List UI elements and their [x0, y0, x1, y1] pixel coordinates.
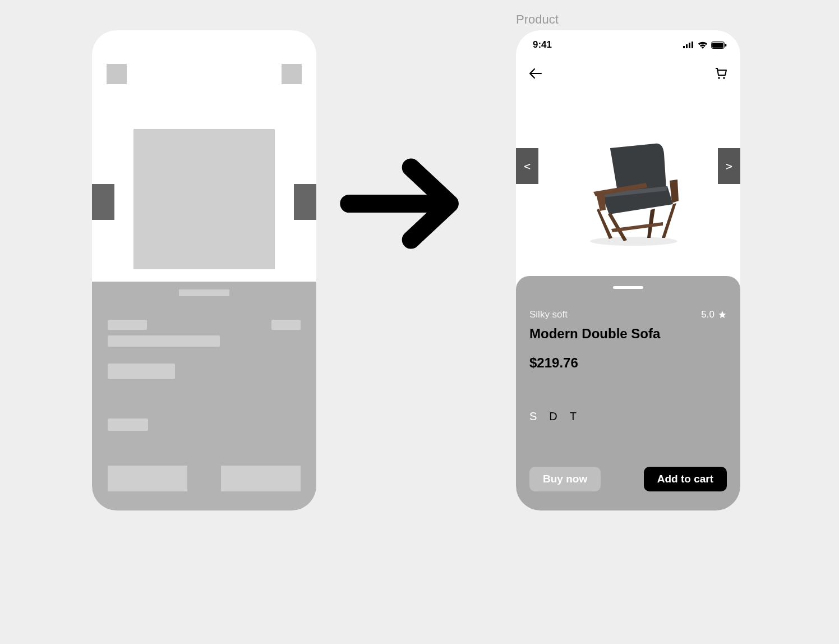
product-rating: 5.0	[701, 309, 727, 320]
svg-point-9	[590, 237, 677, 246]
size-option-d[interactable]: D	[549, 410, 557, 423]
carousel-next-button[interactable]: >	[718, 148, 740, 184]
wireframe-price	[108, 364, 175, 379]
wifi-icon	[698, 42, 708, 49]
battery-icon	[711, 42, 727, 49]
chevron-right-icon: >	[726, 159, 732, 173]
wireframe-cart-placeholder	[282, 64, 302, 84]
svg-rect-5	[712, 43, 723, 48]
svg-rect-0	[683, 46, 685, 48]
product-info-sheet: Silky soft 5.0 Modern Double Sofa $219.7…	[516, 276, 740, 510]
status-icons	[683, 42, 727, 49]
product-detail-screen: 9:41 <	[516, 30, 740, 510]
rating-value: 5.0	[701, 309, 714, 320]
arrow-right-icon	[339, 139, 468, 268]
chevron-left-icon: <	[524, 159, 531, 173]
svg-rect-2	[689, 43, 690, 48]
wireframe-back-placeholder	[107, 64, 127, 84]
product-price: $219.76	[529, 355, 727, 371]
product-subtitle: Silky soft	[529, 309, 568, 320]
product-title: Modern Double Sofa	[529, 326, 727, 342]
wireframe-rating	[271, 320, 301, 330]
signal-icon	[683, 42, 694, 48]
svg-point-7	[718, 77, 720, 79]
wireframe-cart-button	[221, 466, 301, 491]
back-button[interactable]	[528, 66, 543, 81]
size-option-t[interactable]: T	[570, 410, 577, 423]
arrow-left-icon	[529, 68, 542, 79]
wireframe-title	[108, 335, 220, 347]
product-image	[566, 126, 690, 249]
cart-button[interactable]	[713, 66, 728, 81]
carousel-prev-button[interactable]: <	[516, 148, 538, 184]
wireframe-subtitle	[108, 320, 147, 330]
svg-rect-3	[692, 42, 693, 48]
buy-now-button[interactable]: Buy now	[529, 467, 601, 491]
size-option-s[interactable]: S	[529, 410, 537, 423]
wireframe-product-image	[133, 129, 275, 269]
star-icon	[718, 310, 727, 319]
wireframe-phone	[92, 30, 316, 510]
frame-label: Product	[516, 12, 559, 27]
sheet-handle[interactable]	[613, 286, 643, 289]
cart-icon	[714, 67, 727, 80]
svg-rect-6	[725, 44, 726, 47]
wireframe-sheet-handle	[179, 289, 229, 296]
status-bar: 9:41	[516, 30, 740, 50]
size-options: S D T	[529, 410, 727, 423]
wireframe-buy-button	[108, 466, 187, 491]
status-time: 9:41	[533, 39, 552, 50]
svg-rect-1	[686, 44, 688, 48]
wireframe-carousel-prev	[92, 184, 114, 220]
product-carousel: <	[516, 114, 740, 260]
wireframe-carousel-next	[294, 184, 316, 220]
wireframe-sizes	[108, 418, 148, 431]
svg-point-8	[723, 77, 725, 79]
add-to-cart-button[interactable]: Add to cart	[644, 467, 727, 491]
